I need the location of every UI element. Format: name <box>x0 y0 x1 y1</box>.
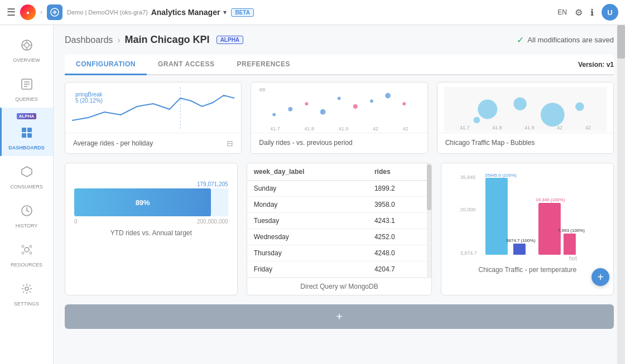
ytd-axis-left: 0 <box>74 219 78 225</box>
mongo-table-scroll[interactable]: week_day_label rides Sunday1899.2Monday3… <box>247 163 432 278</box>
logo-circle: ● <box>20 4 36 20</box>
float-plus-button[interactable]: + <box>592 268 609 286</box>
demo-text: Demo | DemoOVH (oks-gra7) <box>67 9 148 16</box>
svg-point-20 <box>22 252 24 254</box>
table-row: Tuesday4243.1 <box>247 213 432 229</box>
add-row-icon: + <box>336 310 343 323</box>
header-app-title: Analytics Manager <box>151 8 220 17</box>
svg-rect-43 <box>513 244 526 255</box>
mongo-day-cell: Monday <box>247 197 368 213</box>
sidebar-item-resources[interactable]: RESOURCES <box>0 234 53 273</box>
sidebar-item-queries[interactable]: QUERIES <box>0 69 53 108</box>
sidebar-item-dashboards[interactable]: ALPHA DASHBOARDS <box>0 108 53 156</box>
overview-icon <box>17 35 37 55</box>
card-mongodb: week_day_label rides Sunday1899.2Monday3… <box>247 163 432 295</box>
card-daily-rides-title: Daily rides - vs. previous period <box>251 133 427 152</box>
daily-rides-ymin: -88 <box>258 87 265 93</box>
svg-point-21 <box>30 252 32 254</box>
breadcrumb-arrow-1: › <box>40 8 42 16</box>
tab-version: Version: v1 <box>578 55 614 74</box>
float-plus-icon: + <box>597 271 604 284</box>
svg-text:hot: hot <box>569 255 577 261</box>
avatar[interactable]: U <box>602 4 618 21</box>
info-icon[interactable]: ℹ <box>590 7 594 18</box>
header-dropdown-icon[interactable]: ▾ <box>223 8 227 16</box>
queries-icon <box>17 74 37 94</box>
resources-icon <box>17 240 37 260</box>
card-avg-rides-icon[interactable]: ⊟ <box>227 139 233 148</box>
svg-point-17 <box>25 247 29 252</box>
mongo-col1-header: week_day_label <box>247 163 368 181</box>
ytd-bar-fill: 89% <box>74 188 211 216</box>
svg-text:19,349 (100%): 19,349 (100%) <box>536 197 565 202</box>
dashboards-icon <box>17 123 37 143</box>
breadcrumb-sep: › <box>117 35 120 45</box>
tab-grant-access[interactable]: GRANT ACCESS <box>147 55 226 75</box>
svg-rect-11 <box>22 128 26 132</box>
mongo-rides-cell: 1899.2 <box>368 181 431 197</box>
lang-selector[interactable]: EN <box>557 8 567 16</box>
settings-icon[interactable]: ⚙ <box>575 7 583 18</box>
sidebar-label-settings: SETTINGS <box>14 301 39 307</box>
ytd-bar-wrapper: 89% <box>74 188 228 216</box>
svg-point-22 <box>25 287 28 290</box>
sidebar-label-consumers: CONSUMERS <box>10 184 43 190</box>
add-row-button[interactable]: + <box>65 304 614 329</box>
mongo-rides-cell: 4243.1 <box>368 213 431 229</box>
save-check-icon: ✓ <box>517 35 524 45</box>
svg-point-31 <box>386 93 391 99</box>
card-temp: 35,845 20,000 3,874.7 35845.0 (100%) 387… <box>441 163 614 295</box>
table-row: Sunday1899.2 <box>247 181 432 197</box>
mongo-rides-cell: 3958.0 <box>368 197 431 213</box>
sidebar-label-resources: RESOURCES <box>11 262 42 268</box>
map-axis: 41.741.841.94242 <box>444 124 607 132</box>
tab-preferences[interactable]: PREFERENCES <box>226 55 302 75</box>
save-status-text: All modifications are saved <box>527 36 614 44</box>
right-scrollbar[interactable] <box>617 25 625 364</box>
tab-configuration[interactable]: CONFIGURATION <box>65 55 147 75</box>
sidebar-label-overview: OVERVIEW <box>13 57 40 63</box>
card-avg-rides-title-text: Average rides - per holiday <box>73 139 153 147</box>
svg-point-18 <box>22 245 24 247</box>
svg-text:7,993 (100%): 7,993 (100%) <box>558 228 585 233</box>
card-daily-rides: -88 41.741.841.94242 <box>251 82 427 154</box>
sidebar-item-history[interactable]: HISTORY <box>0 195 53 234</box>
history-icon <box>17 201 37 221</box>
mongo-table: week_day_label rides Sunday1899.2Monday3… <box>247 163 432 278</box>
ytd-axis-right: 200,000,000 <box>197 219 228 225</box>
menu-icon[interactable]: ☰ <box>7 6 16 18</box>
ytd-bar-pct-label: 89% <box>136 198 150 207</box>
ytd-axis: 0 200,000,000 <box>74 219 228 225</box>
svg-marker-15 <box>22 167 32 177</box>
svg-point-28 <box>338 97 341 100</box>
sidebar-label-dashboards: DASHBOARDS <box>8 145 45 151</box>
mongo-scroll-indicator[interactable] <box>427 163 431 278</box>
mongo-rides-cell: 4248.0 <box>368 245 431 261</box>
mongo-day-cell: Tuesday <box>247 213 368 229</box>
sidebar-item-settings[interactable]: SETTINGS <box>0 273 53 312</box>
svg-point-2 <box>25 43 29 47</box>
sidebar-item-overview[interactable]: OVERVIEW <box>0 30 53 69</box>
svg-point-34 <box>513 98 526 110</box>
breadcrumb-link[interactable]: Dashboards <box>65 35 113 45</box>
header-breadcrumb: Demo | DemoOVH (oks-gra7) Analytics Mana… <box>67 8 227 17</box>
table-row: Monday3958.0 <box>247 197 432 213</box>
svg-rect-47 <box>564 234 576 255</box>
daily-rides-chart: -88 41.741.841.94242 <box>258 87 420 132</box>
tabs-wrapper: CONFIGURATION GRANT ACCESS PREFERENCES V… <box>65 55 614 75</box>
table-row: Thursday4248.0 <box>247 245 432 261</box>
card-chicago-map-content: 41.741.841.94242 <box>438 82 613 133</box>
mongo-col2-header: rides <box>368 163 431 181</box>
mongo-day-cell: Wednesday <box>247 229 368 245</box>
svg-point-30 <box>370 99 373 103</box>
svg-point-33 <box>478 100 497 119</box>
mongo-footer-title: Direct Query w/ MongoDB <box>247 278 432 295</box>
mongo-rides-cell: 4204.7 <box>368 261 431 278</box>
sidebar-item-consumers[interactable]: CONSUMERS <box>0 156 53 195</box>
main-layout: OVERVIEW QUERIES ALPHA DASHBOARDS CONSUM… <box>0 25 625 364</box>
bottom-cards-row: 179,071,205 89% 0 200,000,000 YTD rides … <box>65 163 614 295</box>
svg-text:35845.0 (100%): 35845.0 (100%) <box>485 173 517 178</box>
mongo-day-cell: Sunday <box>247 181 368 197</box>
svg-point-36 <box>575 102 584 111</box>
svg-text:3874.7 (100%): 3874.7 (100%) <box>506 238 536 243</box>
